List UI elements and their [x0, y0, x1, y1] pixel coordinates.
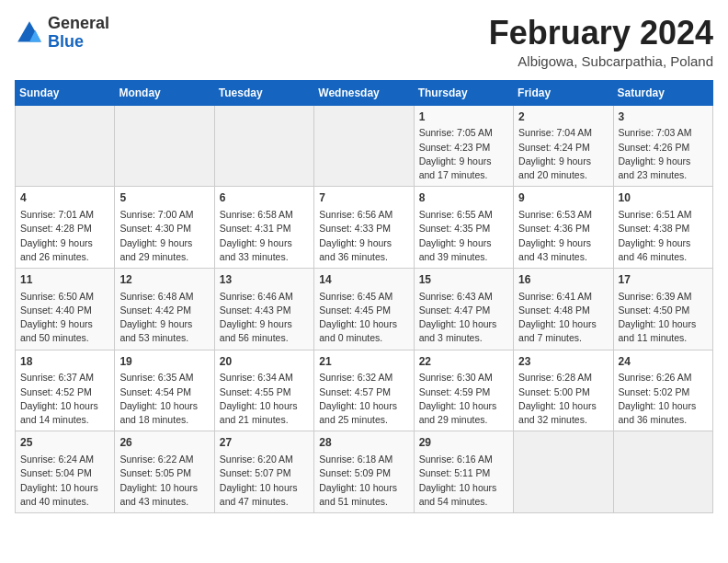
day-number: 27: [220, 435, 309, 451]
calendar-cell: 24Sunrise: 6:26 AMSunset: 5:02 PMDayligh…: [613, 350, 712, 431]
day-number: 10: [619, 190, 708, 206]
week-row-4: 18Sunrise: 6:37 AMSunset: 4:52 PMDayligh…: [16, 350, 713, 431]
calendar-cell: 9Sunrise: 6:53 AMSunset: 4:36 PMDaylight…: [514, 187, 613, 269]
header-day-monday: Monday: [115, 80, 214, 105]
day-detail: Sunrise: 6:51 AMSunset: 4:38 PMDaylight:…: [619, 208, 708, 264]
day-number: 7: [319, 190, 408, 206]
calendar-cell: 17Sunrise: 6:39 AMSunset: 4:50 PMDayligh…: [613, 268, 712, 350]
day-number: 13: [220, 272, 309, 288]
calendar-cell: 5Sunrise: 7:00 AMSunset: 4:30 PMDaylight…: [115, 187, 214, 269]
day-number: 15: [419, 272, 508, 288]
header-day-wednesday: Wednesday: [314, 80, 414, 105]
day-detail: Sunrise: 7:00 AMSunset: 4:30 PMDaylight:…: [119, 208, 209, 264]
day-number: 19: [119, 354, 209, 370]
calendar-cell: [314, 105, 414, 187]
calendar-cell: 16Sunrise: 6:41 AMSunset: 4:48 PMDayligh…: [514, 268, 613, 350]
day-detail: Sunrise: 6:45 AMSunset: 4:45 PMDaylight:…: [319, 290, 408, 346]
calendar-cell: 18Sunrise: 6:37 AMSunset: 4:52 PMDayligh…: [16, 350, 115, 431]
day-number: 18: [20, 354, 109, 370]
day-detail: Sunrise: 6:43 AMSunset: 4:47 PMDaylight:…: [419, 290, 508, 346]
calendar-cell: 14Sunrise: 6:45 AMSunset: 4:45 PMDayligh…: [314, 268, 414, 350]
day-detail: Sunrise: 6:41 AMSunset: 4:48 PMDaylight:…: [518, 290, 608, 346]
day-detail: Sunrise: 6:55 AMSunset: 4:35 PMDaylight:…: [419, 208, 508, 264]
day-number: 2: [518, 109, 608, 125]
day-detail: Sunrise: 6:32 AMSunset: 4:57 PMDaylight:…: [319, 371, 408, 427]
day-detail: Sunrise: 6:20 AMSunset: 5:07 PMDaylight:…: [220, 453, 309, 509]
day-detail: Sunrise: 6:37 AMSunset: 4:52 PMDaylight:…: [20, 371, 109, 427]
day-detail: Sunrise: 6:56 AMSunset: 4:33 PMDaylight:…: [319, 208, 408, 264]
day-number: 3: [619, 109, 708, 125]
calendar-cell: 4Sunrise: 7:01 AMSunset: 4:28 PMDaylight…: [16, 187, 115, 269]
day-detail: Sunrise: 7:01 AMSunset: 4:28 PMDaylight:…: [20, 208, 109, 264]
day-number: 21: [319, 354, 408, 370]
day-detail: Sunrise: 6:48 AMSunset: 4:42 PMDaylight:…: [119, 290, 209, 346]
day-number: 25: [20, 435, 109, 451]
header-day-thursday: Thursday: [414, 80, 513, 105]
calendar-header: SundayMondayTuesdayWednesdayThursdayFrid…: [16, 80, 713, 105]
day-detail: Sunrise: 6:39 AMSunset: 4:50 PMDaylight:…: [619, 290, 708, 346]
day-detail: Sunrise: 6:22 AMSunset: 5:05 PMDaylight:…: [119, 453, 209, 509]
day-detail: Sunrise: 7:05 AMSunset: 4:23 PMDaylight:…: [419, 126, 508, 182]
day-number: 24: [619, 354, 708, 370]
calendar-cell: [214, 105, 313, 187]
day-detail: Sunrise: 6:58 AMSunset: 4:31 PMDaylight:…: [220, 208, 309, 264]
calendar-cell: 6Sunrise: 6:58 AMSunset: 4:31 PMDaylight…: [214, 187, 313, 269]
calendar-cell: 22Sunrise: 6:30 AMSunset: 4:59 PMDayligh…: [414, 350, 513, 431]
day-detail: Sunrise: 6:24 AMSunset: 5:04 PMDaylight:…: [20, 453, 109, 509]
day-detail: Sunrise: 6:46 AMSunset: 4:43 PMDaylight:…: [220, 290, 309, 346]
calendar-cell: 21Sunrise: 6:32 AMSunset: 4:57 PMDayligh…: [314, 350, 414, 431]
calendar-cell: 19Sunrise: 6:35 AMSunset: 4:54 PMDayligh…: [115, 350, 214, 431]
week-row-3: 11Sunrise: 6:50 AMSunset: 4:40 PMDayligh…: [16, 268, 713, 350]
day-detail: Sunrise: 7:03 AMSunset: 4:26 PMDaylight:…: [619, 126, 708, 182]
day-number: 14: [319, 272, 408, 288]
calendar-cell: 1Sunrise: 7:05 AMSunset: 4:23 PMDaylight…: [414, 105, 513, 187]
header-day-friday: Friday: [514, 80, 613, 105]
calendar-cell: [115, 105, 214, 187]
calendar-cell: 7Sunrise: 6:56 AMSunset: 4:33 PMDaylight…: [314, 187, 414, 269]
logo-text: General Blue: [48, 15, 109, 52]
calendar-cell: 2Sunrise: 7:04 AMSunset: 4:24 PMDaylight…: [514, 105, 613, 187]
calendar-cell: 29Sunrise: 6:16 AMSunset: 5:11 PMDayligh…: [414, 431, 513, 513]
day-number: 17: [619, 272, 708, 288]
calendar-cell: 10Sunrise: 6:51 AMSunset: 4:38 PMDayligh…: [613, 187, 712, 269]
calendar-cell: 28Sunrise: 6:18 AMSunset: 5:09 PMDayligh…: [314, 431, 414, 513]
day-number: 1: [419, 109, 508, 125]
calendar-cell: 20Sunrise: 6:34 AMSunset: 4:55 PMDayligh…: [214, 350, 313, 431]
calendar-cell: 3Sunrise: 7:03 AMSunset: 4:26 PMDaylight…: [613, 105, 712, 187]
day-detail: Sunrise: 6:26 AMSunset: 5:02 PMDaylight:…: [619, 371, 708, 427]
day-detail: Sunrise: 6:16 AMSunset: 5:11 PMDaylight:…: [419, 453, 508, 509]
page-header: General Blue February 2024 Albigowa, Sub…: [15, 15, 713, 69]
day-number: 11: [20, 272, 109, 288]
day-detail: Sunrise: 6:18 AMSunset: 5:09 PMDaylight:…: [319, 453, 408, 509]
logo-general: General: [48, 14, 109, 32]
calendar-cell: [16, 105, 115, 187]
week-row-2: 4Sunrise: 7:01 AMSunset: 4:28 PMDaylight…: [16, 187, 713, 269]
day-number: 5: [119, 190, 209, 206]
calendar-cell: 25Sunrise: 6:24 AMSunset: 5:04 PMDayligh…: [16, 431, 115, 513]
calendar-cell: 26Sunrise: 6:22 AMSunset: 5:05 PMDayligh…: [115, 431, 214, 513]
day-number: 22: [419, 354, 508, 370]
day-number: 16: [518, 272, 608, 288]
week-row-1: 1Sunrise: 7:05 AMSunset: 4:23 PMDaylight…: [16, 105, 713, 187]
calendar-cell: 23Sunrise: 6:28 AMSunset: 5:00 PMDayligh…: [514, 350, 613, 431]
calendar-cell: 8Sunrise: 6:55 AMSunset: 4:35 PMDaylight…: [414, 187, 513, 269]
logo-icon: [15, 18, 44, 48]
day-number: 23: [518, 354, 608, 370]
calendar-cell: [514, 431, 613, 513]
day-number: 12: [119, 272, 209, 288]
title-block: February 2024 Albigowa, Subcarpathia, Po…: [489, 15, 713, 69]
calendar-cell: 15Sunrise: 6:43 AMSunset: 4:47 PMDayligh…: [414, 268, 513, 350]
day-number: 9: [518, 190, 608, 206]
day-detail: Sunrise: 7:04 AMSunset: 4:24 PMDaylight:…: [518, 126, 608, 182]
day-detail: Sunrise: 6:28 AMSunset: 5:00 PMDaylight:…: [518, 371, 608, 427]
day-number: 29: [419, 435, 508, 451]
calendar-cell: 12Sunrise: 6:48 AMSunset: 4:42 PMDayligh…: [115, 268, 214, 350]
day-number: 4: [20, 190, 109, 206]
day-detail: Sunrise: 6:50 AMSunset: 4:40 PMDaylight:…: [20, 290, 109, 346]
header-day-tuesday: Tuesday: [214, 80, 313, 105]
day-detail: Sunrise: 6:30 AMSunset: 4:59 PMDaylight:…: [419, 371, 508, 427]
day-number: 28: [319, 435, 408, 451]
calendar-table: SundayMondayTuesdayWednesdayThursdayFrid…: [15, 80, 713, 513]
day-number: 6: [220, 190, 309, 206]
logo: General Blue: [15, 15, 109, 52]
